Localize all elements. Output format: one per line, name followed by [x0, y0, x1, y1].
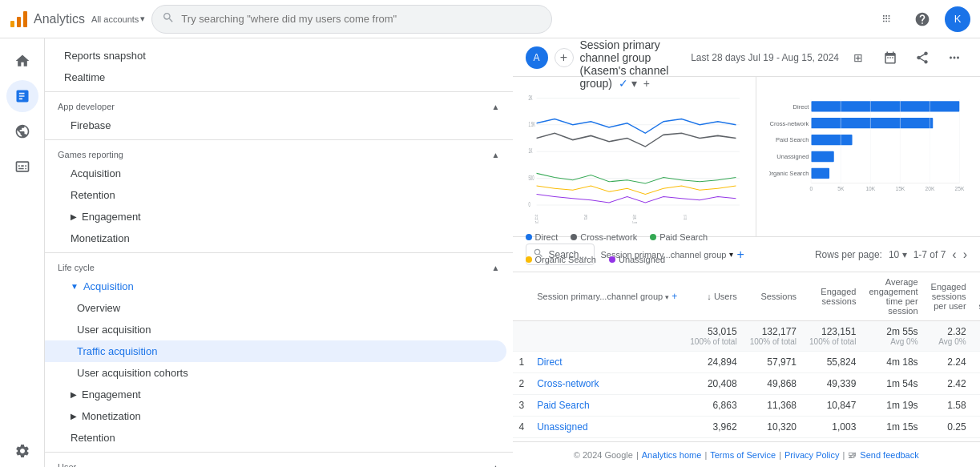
chevron-up-icon: ▲ — [492, 103, 500, 111]
account-selector[interactable]: All accounts ▾ — [91, 14, 145, 24]
date-range[interactable]: Last 28 days Jul 19 - Aug 15, 2024 — [691, 52, 839, 63]
search-bar[interactable] — [151, 5, 552, 34]
add-button[interactable]: + — [555, 48, 574, 67]
sidebar-item-games-retention[interactable]: Retention — [45, 184, 506, 206]
main-content: A + Traffic acquisition: Session primary… — [513, 38, 981, 467]
svg-text:Cross-network: Cross-network — [769, 120, 809, 127]
svg-rect-0 — [10, 21, 14, 27]
svg-text:5K: 5K — [837, 186, 845, 191]
top-bar-actions: K — [874, 6, 970, 32]
next-page-button[interactable]: › — [963, 248, 967, 262]
svg-text:11: 11 — [684, 213, 687, 220]
svg-text:Unassigned: Unassigned — [776, 153, 809, 160]
chevron-right-icon: ▶ — [71, 390, 77, 399]
advertising-icon[interactable] — [6, 151, 38, 183]
svg-text:20K: 20K — [926, 186, 935, 191]
totals-row: 53,015100% of total 132,177100% of total… — [513, 321, 981, 352]
col-users[interactable]: ↓ Users — [684, 272, 743, 321]
report-avatar: A — [526, 46, 548, 69]
top-bar: Analytics All accounts ▾ K — [0, 0, 980, 38]
chevron-up-icon: ▲ — [492, 463, 500, 468]
footer: © 2024 Google | Analytics home | Terms o… — [513, 441, 981, 467]
sidebar-item-realtime[interactable]: Realtime — [45, 66, 506, 88]
legend-unassigned: Unassigned — [609, 255, 665, 264]
svg-rect-1 — [17, 17, 21, 27]
sidebar-section-games[interactable]: Games reporting ▲ — [45, 143, 513, 163]
chevron-up-icon: ▲ — [492, 264, 500, 272]
pagination-controls: Rows per page: 10 ▾ 1-7 of 7 ‹ › — [815, 248, 967, 262]
table-row: 2 Cross-network 20,408 49,868 49,339 1m … — [513, 373, 981, 395]
avatar[interactable]: K — [945, 6, 970, 32]
page-indicator: 1-7 of 7 — [913, 249, 946, 260]
sidebar-item-engagement[interactable]: ▶ Engagement — [45, 206, 506, 227]
content-header: A + Traffic acquisition: Session primary… — [513, 38, 981, 77]
sidebar-item-acquisition-header[interactable]: ▼ Acquisition — [45, 276, 506, 297]
grid-menu-icon[interactable] — [874, 6, 900, 32]
svg-rect-2 — [23, 11, 27, 27]
sidebar-item-games-acquisition[interactable]: Acquisition — [45, 163, 506, 184]
settings-icon[interactable] — [6, 435, 38, 467]
col-num — [513, 272, 531, 321]
search-input[interactable] — [181, 13, 542, 25]
footer-privacy[interactable]: Privacy Policy — [784, 450, 839, 460]
table-row: 1 Direct 24,894 57,971 55,824 4m 18s 2.2… — [513, 352, 981, 373]
svg-text:0: 0 — [809, 186, 813, 191]
footer-feedback[interactable]: Send feedback — [860, 450, 918, 460]
sidebar-item-monetization[interactable]: Monetization — [45, 227, 506, 249]
add-col-icon[interactable]: + — [671, 291, 677, 302]
col-sessions[interactable]: Sessions — [744, 272, 803, 321]
rows-per-page-select[interactable]: 10 ▾ — [889, 249, 907, 260]
sidebar-nav: Reports snapshot Realtime App developer … — [45, 38, 513, 467]
bar-chart: Direct Cross-network Paid Search Unassig… — [756, 77, 980, 236]
footer-terms[interactable]: Terms of Service — [710, 450, 776, 460]
footer-analytics-home[interactable]: Analytics home — [642, 450, 702, 460]
sidebar-item-traffic-acquisition[interactable]: Traffic acquisition — [45, 340, 506, 362]
col-engaged-sessions[interactable]: Engagedsessions — [803, 272, 862, 321]
sidebar-item-lifecycle-monetization[interactable]: ▶ Monetization — [45, 405, 506, 427]
channel-link[interactable]: Direct — [537, 356, 562, 368]
sidebar-section-user[interactable]: User ▲ — [45, 456, 513, 467]
analytics-logo-icon — [10, 10, 29, 29]
data-table: Session primary...channel group ▾ + ↓ Us… — [513, 272, 981, 441]
chevron-down-icon: ▾ — [140, 14, 145, 24]
home-icon[interactable] — [6, 45, 38, 77]
table-container: Session primary...channel group ▾ + ↓ Us… — [513, 272, 981, 441]
svg-text:10K: 10K — [865, 186, 875, 191]
channel-link[interactable]: Paid Search — [537, 400, 589, 411]
channel-link[interactable]: Cross-network — [537, 378, 599, 389]
sidebar-item-firebase[interactable]: Firebase — [45, 115, 506, 136]
chevron-right-icon: ▶ — [71, 412, 77, 421]
prev-page-button[interactable]: ‹ — [952, 248, 956, 262]
sidebar-item-user-acquisition-cohorts[interactable]: User acquisition cohorts — [45, 362, 506, 384]
sidebar-item-retention[interactable]: Retention — [45, 427, 506, 449]
sidebar-section-app-developer[interactable]: App developer ▲ — [45, 95, 513, 115]
legend-direct: Direct — [526, 232, 559, 242]
sidebar-item-reports-snapshot[interactable]: Reports snapshot — [45, 45, 506, 66]
explore-icon[interactable] — [6, 115, 38, 147]
svg-text:500: 500 — [528, 173, 534, 183]
col-channel[interactable]: Session primary...channel group ▾ + — [530, 272, 684, 321]
legend-paid-search: Paid Search — [650, 232, 708, 242]
col-avg-engagement[interactable]: Averageengagementtime persession — [862, 272, 924, 321]
more-options-icon[interactable] — [942, 45, 967, 70]
sidebar-item-overview[interactable]: Overview — [45, 297, 506, 319]
search-icon — [162, 11, 175, 26]
reports-icon[interactable] — [6, 80, 38, 112]
col-engaged-per-user[interactable]: Engagedsessionsper user — [925, 272, 973, 321]
sidebar-item-lifecycle-engagement[interactable]: ▶ Engagement — [45, 384, 506, 405]
svg-text:Aug: Aug — [631, 219, 637, 223]
app-title: Analytics — [34, 12, 85, 26]
sidebar-section-lifecycle[interactable]: Life cycle ▲ — [45, 256, 513, 276]
bar-chart-svg: Direct Cross-network Paid Search Unassig… — [769, 83, 967, 230]
help-icon[interactable] — [909, 6, 935, 32]
col-events-per-session[interactable]: Eventspersession — [973, 272, 980, 321]
svg-text:Jul: Jul — [534, 219, 538, 223]
calendar-icon[interactable] — [877, 45, 903, 70]
svg-text:Direct: Direct — [793, 103, 810, 111]
sidebar-item-user-acquisition[interactable]: User acquisition — [45, 319, 506, 340]
svg-text:15K: 15K — [895, 186, 905, 191]
share-icon[interactable] — [909, 45, 935, 70]
compare-icon[interactable]: ⊞ — [845, 45, 871, 70]
channel-link[interactable]: Unassigned — [537, 421, 587, 433]
svg-text:2K: 2K — [528, 92, 532, 102]
